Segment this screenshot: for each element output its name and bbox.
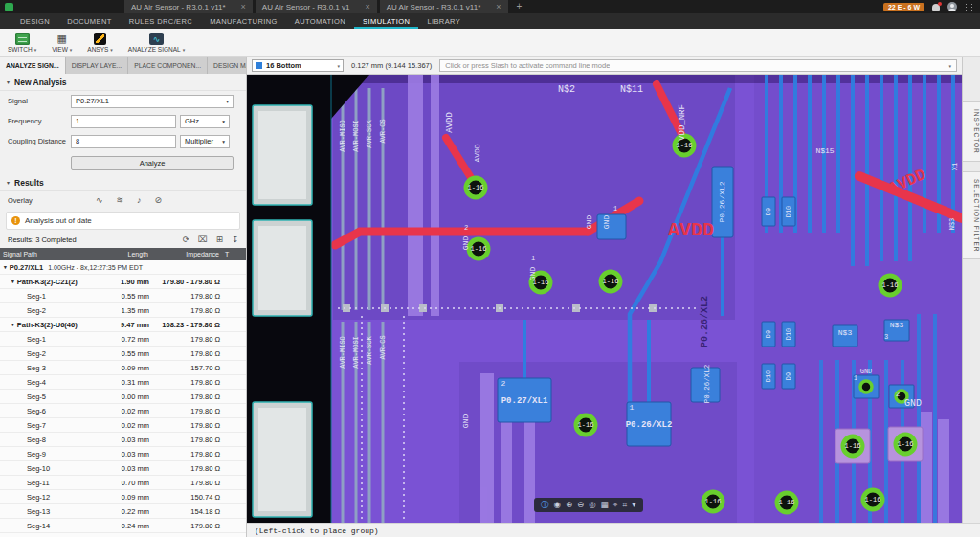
rail-tab-selection-filter[interactable]: SELECTION FILTER <box>963 171 980 260</box>
col-t[interactable]: T <box>222 251 246 257</box>
pcb-canvas[interactable]: ⓘ◉⊕⊖◎▦⌖⌗▾ N$2N$11VDD_NRFN$15AVDDAVDDAVDD… <box>247 75 962 523</box>
table-row[interactable]: ▾Path-K3(2)-C21(2)1.90 mm179.80 - 179.80… <box>0 275 246 289</box>
menu-item-document[interactable]: DOCUMENT <box>58 13 121 29</box>
window-tab-title: AU Air Sensor - R3.0.1 v11* <box>131 3 226 11</box>
net-label: 1-16 <box>865 497 881 503</box>
length-cell: 0.72 mm <box>101 335 151 344</box>
frequency-input[interactable] <box>71 115 176 128</box>
table-row[interactable]: Seg-10.55 mm179.80 Ω <box>0 289 246 303</box>
table-row[interactable]: Seg-20.55 mm179.80 Ω <box>0 347 246 361</box>
app-grid-icon[interactable] <box>965 3 972 11</box>
user-avatar[interactable] <box>947 2 957 11</box>
coupling-input[interactable] <box>71 135 176 148</box>
table-row[interactable]: Seg-40.31 mm179.80 Ω <box>0 375 246 390</box>
refresh-icon[interactable]: ⟳ <box>183 235 189 244</box>
table-row[interactable]: Seg-60.02 mm179.80 Ω <box>0 404 246 418</box>
eye-icon[interactable]: ◉ <box>554 501 561 509</box>
analyze-signal-tool-button[interactable]: ∿ ANALYZE SIGNAL▾ <box>128 33 185 53</box>
window-tab[interactable]: AU Air Sensor - R3.0.1 v1× <box>256 0 377 13</box>
zoom-in-icon[interactable]: ⊕ <box>566 501 572 509</box>
table-row[interactable]: Seg-50.00 mm179.80 Ω <box>0 390 246 404</box>
table-row[interactable]: Seg-10.72 mm179.80 Ω <box>0 332 246 347</box>
menu-item-design[interactable]: DESIGN <box>11 13 58 29</box>
table-row[interactable]: Seg-30.09 mm157.70 Ω <box>0 361 246 375</box>
overlay-ripple-icon[interactable]: ≋ <box>117 196 124 205</box>
table-row[interactable]: Seg-70.02 mm179.80 Ω <box>0 418 246 433</box>
overlay-disable-icon[interactable]: ⊘ <box>155 196 163 205</box>
menu-item-simulation[interactable]: SIMULATION <box>354 13 418 29</box>
table-row[interactable]: Seg-130.22 mm154.18 Ω <box>0 504 246 519</box>
menu-item-automation[interactable]: AUTOMATION <box>286 13 354 29</box>
toolbar: SWITCH▾ ▦ VIEW▾ ANSYS▾ ∿ ANALYZE SIGNAL▾ <box>0 29 980 57</box>
table-row[interactable]: ▾Path-K3(2)-U6(46)9.47 mm108.23 - 179.80… <box>0 318 246 332</box>
analyze-button[interactable]: Analyze <box>71 156 234 170</box>
signal-select[interactable]: P0.27/XL1 ▾ <box>71 95 234 108</box>
net-label: 2 <box>501 380 506 388</box>
col-impedance[interactable]: Impedance <box>151 251 222 257</box>
panel-tab[interactable]: ANALYZE SIGN... <box>0 57 66 74</box>
table-row[interactable]: Seg-110.70 mm179.80 Ω <box>0 476 246 490</box>
expand-icon[interactable]: ▾ <box>11 279 14 284</box>
net-label: GND <box>462 236 470 250</box>
more-icon[interactable]: ▾ <box>632 501 635 509</box>
delete-icon[interactable]: ⌧ <box>198 235 208 244</box>
switch-tool-button[interactable]: SWITCH▾ <box>8 33 36 53</box>
results-header[interactable]: ▾ Results <box>0 174 246 191</box>
new-tab-icon[interactable]: + <box>517 0 523 13</box>
table-row[interactable]: Seg-90.03 mm179.80 Ω <box>0 447 246 461</box>
close-icon[interactable]: × <box>241 3 246 11</box>
frequency-unit-select[interactable]: GHz ▾ <box>180 115 230 128</box>
expand-icon[interactable]: ▾ <box>11 322 14 327</box>
section-title: Results <box>14 178 44 188</box>
table-row[interactable]: Seg-100.03 mm179.80 Ω <box>0 461 246 476</box>
table-row[interactable]: Seg-140.24 mm179.80 Ω <box>0 519 246 533</box>
col-signal-path[interactable]: Signal Path <box>0 251 101 257</box>
close-icon[interactable]: × <box>365 3 369 11</box>
table-row[interactable]: Seg-21.35 mm179.80 Ω <box>0 303 246 318</box>
table-row[interactable]: Seg-80.03 mm179.80 Ω <box>0 433 246 447</box>
notifications-bell-icon[interactable] <box>932 4 940 11</box>
overlay-wave-icon[interactable]: ∿ <box>96 196 103 205</box>
zoom-out-icon[interactable]: ⊖ <box>577 501 584 509</box>
net-label: P0.26/XL2 <box>626 421 673 430</box>
origin-icon[interactable]: ⌖ <box>613 501 618 509</box>
length-cell: 0.09 mm <box>101 364 151 372</box>
grid-icon[interactable]: ▦ <box>601 501 609 509</box>
download-icon[interactable]: ↧ <box>232 235 238 244</box>
net-label: GND <box>586 215 593 229</box>
info-icon[interactable]: ⓘ <box>541 501 549 509</box>
menubar-items: DESIGNDOCUMENTRULES DRC/ERCMANUFACTURING… <box>0 13 980 29</box>
zoom-fit-icon[interactable]: ◎ <box>589 501 595 509</box>
panel-tab[interactable]: PLACE COMPONEN... <box>128 57 208 74</box>
net-label: 1-16 <box>677 143 693 149</box>
panel-tab[interactable]: DESIGN MANAG... <box>208 57 247 74</box>
close-icon[interactable]: × <box>496 3 501 11</box>
coupling-unit-select[interactable]: Multiplier ▾ <box>180 135 230 148</box>
window-tab[interactable]: AU Air Sensor - R3.0.1 v11*× <box>124 0 253 13</box>
rail-tab-inspector[interactable]: INSPECTOR <box>963 101 980 162</box>
chevron-down-icon: ▾ <box>948 63 951 69</box>
table-row[interactable]: ▾P0.27/XL11.00GHz - 8x,12:27:35 PM EDT <box>0 260 246 275</box>
layer-select[interactable]: 16 Bottom ▾ <box>252 59 344 72</box>
impedance-cell: 179.80 - 179.80 Ω <box>151 278 222 286</box>
table-row[interactable]: Seg-120.09 mm150.74 Ω <box>0 490 246 504</box>
menu-item-rules-drc-erc[interactable]: RULES DRC/ERC <box>121 13 201 29</box>
menu-item-manufacturing[interactable]: MANUFACTURING <box>201 13 286 29</box>
snap-icon[interactable]: ⌗ <box>622 501 627 509</box>
application-window: AU Air Sensor - R3.0.1 v11*×AU Air Senso… <box>0 0 980 537</box>
command-line[interactable]: Click or press Slash to activate command… <box>439 59 957 72</box>
table-row[interactable]: Seg-150.06 mm179.80 Ω <box>0 533 246 537</box>
panel-tab[interactable]: DISPLAY LAYE... <box>66 57 129 74</box>
ansys-tool-button[interactable]: ANSYS▾ <box>87 33 113 53</box>
overlay-note-icon[interactable]: ♪ <box>137 196 142 205</box>
view-tool-button[interactable]: ▦ VIEW▾ <box>52 33 72 53</box>
new-analysis-header[interactable]: ▾ New Analysis <box>0 74 246 91</box>
job-status-badge[interactable]: 22 E - 6 W <box>883 3 924 11</box>
menu-item-library[interactable]: LIBRARY <box>418 13 469 29</box>
col-length[interactable]: Length <box>101 251 151 257</box>
results-table-header: Signal Path Length Impedance T <box>0 248 246 260</box>
window-tab[interactable]: AU Air Sensor - R3.0.1 v11*× <box>380 0 508 13</box>
expand-icon[interactable]: ▾ <box>4 264 7 270</box>
signal-label: Signal <box>8 97 71 105</box>
export-icon[interactable]: ⊞ <box>216 235 223 244</box>
